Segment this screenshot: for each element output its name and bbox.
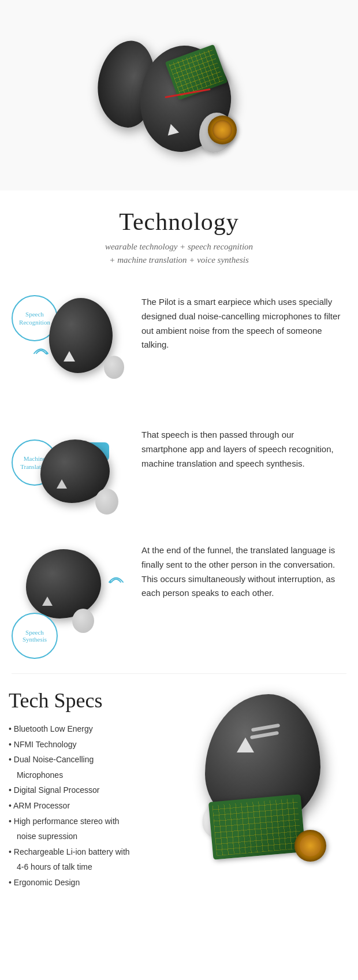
hero-section [0, 0, 358, 191]
specs-image-area [185, 688, 352, 867]
svg-point-1 [109, 581, 111, 583]
list-item: Ergonomic Design [9, 875, 179, 890]
feature-left-2: MachineTranslation Pilot App [6, 422, 133, 520]
speaker-coil [208, 115, 237, 144]
list-item: NFMI Technology [9, 737, 179, 752]
specs-heading: Tech Specs [9, 688, 179, 713]
feature-description-3: At the end of the funnel, the translated… [139, 538, 346, 606]
wifi-waves-1 [33, 342, 50, 367]
ear-tip-2 [95, 489, 118, 515]
vent-line-2 [250, 731, 279, 740]
technology-heading: Technology [12, 208, 346, 236]
specs-logo-icon [237, 737, 254, 752]
logo-icon-2 [57, 479, 67, 489]
wifi-waves-3 [107, 569, 127, 598]
list-item: Bluetooth Low Energy [9, 721, 179, 737]
brand-logo-icon [165, 122, 179, 136]
specs-content: Tech Specs Bluetooth Low Energy NFMI Tec… [9, 688, 179, 890]
ear-tip-3 [72, 609, 94, 633]
list-item: High performance stereo with [9, 814, 179, 829]
list-item: ARM Processor [9, 798, 179, 814]
feature-left-3: SpeechSynthesis [6, 538, 133, 659]
ear-body-1 [49, 298, 113, 373]
list-item: 4-6 hours of talk time [9, 859, 179, 875]
specs-earpiece-image [193, 694, 344, 867]
logo-icon-1 [64, 351, 75, 362]
speech-synthesis-label: SpeechSynthesis [23, 629, 47, 643]
earpiece-row1-image [49, 292, 124, 385]
section-divider [12, 673, 346, 674]
ear-tip-1 [104, 356, 124, 379]
list-item: Digital Signal Processor [9, 782, 179, 798]
tech-specs-section: Tech Specs Bluetooth Low Energy NFMI Tec… [0, 677, 358, 902]
svg-point-0 [46, 352, 48, 355]
feature-row-speech-synthesis: SpeechSynthesis At the end of the funnel… [0, 532, 358, 670]
list-item: Dual Noise-Cancelling [9, 752, 179, 767]
feature-left-1: SpeechRecognition [6, 289, 133, 405]
specs-speaker-coil [294, 830, 326, 862]
hero-earpiece-exploded [81, 17, 277, 185]
ear-body-3 [26, 549, 101, 618]
technology-subtitle: wearable technology + speech recognition… [12, 240, 346, 266]
feature-row-machine-translation: MachineTranslation Pilot App That speech… [0, 416, 358, 532]
list-item: Rechargeable Li-ion battery with [9, 844, 179, 860]
feature-description-2: That speech is then passed through our s… [139, 422, 346, 476]
specs-list: Bluetooth Low Energy NFMI Technology Dua… [9, 721, 179, 890]
logo-icon-3 [42, 597, 53, 606]
speech-synthesis-circle: SpeechSynthesis [12, 613, 58, 659]
list-item: noise supression [9, 829, 179, 844]
specs-circuit-board [208, 794, 305, 860]
technology-title-section: Technology wearable technology + speech … [0, 191, 358, 272]
speech-recognition-label: SpeechRecognition [19, 310, 50, 327]
earpiece-row2-image [35, 434, 121, 515]
feature-description-1: The Pilot is a smart earpiece which uses… [139, 289, 346, 358]
list-item: Microphones [9, 767, 179, 783]
vent-line-1 [251, 724, 280, 732]
feature-row-speech-recognition: SpeechRecognition The Pilot is a smart e… [0, 272, 358, 416]
